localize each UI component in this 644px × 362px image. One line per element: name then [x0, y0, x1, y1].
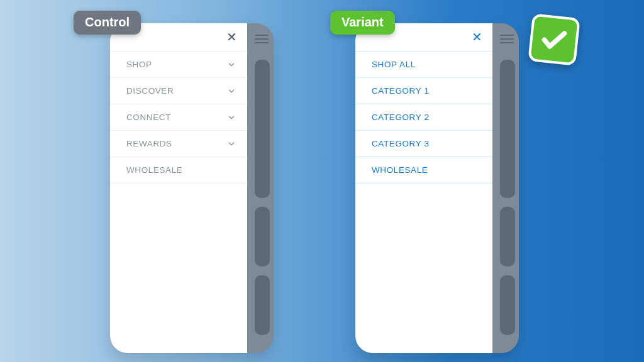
menu-item-label: CONNECT [126, 112, 171, 122]
winner-checkmark-icon [528, 13, 580, 66]
chevron-down-icon [227, 60, 236, 69]
menu-item-label: CATEGORY 2 [372, 112, 430, 122]
badge-label: Control [85, 15, 130, 29]
menu-item-category-2[interactable]: CATEGORY 2 [355, 104, 492, 131]
menu-item-category-3[interactable]: CATEGORY 3 [355, 131, 492, 157]
menu-item-wholesale[interactable]: WHOLESALE [355, 157, 492, 184]
menu-item-discover[interactable]: DISCOVER [110, 78, 247, 104]
menu-item-shop-all[interactable]: SHOP ALL [355, 51, 492, 78]
menu-item-label: DISCOVER [126, 86, 174, 96]
badge-label: Variant [341, 15, 384, 29]
phone-side-panels [500, 60, 515, 339]
variant-phone-frame: ✕ SHOP ALL CATEGORY 1 CATEGORY 2 CATEGOR… [355, 23, 519, 353]
menu-item-label: WHOLESALE [372, 165, 428, 175]
close-icon[interactable]: ✕ [226, 31, 237, 43]
control-drawer: ✕ SHOP DISCOVER CONNECT [110, 23, 247, 353]
menu-item-label: CATEGORY 3 [372, 139, 430, 148]
phone-side-panels [255, 60, 270, 339]
menu-item-rewards[interactable]: REWARDS [110, 131, 247, 157]
chevron-down-icon [227, 140, 236, 148]
menu-item-category-1[interactable]: CATEGORY 1 [355, 78, 492, 104]
menu-item-label: SHOP ALL [372, 60, 416, 69]
control-menu-list: SHOP DISCOVER CONNECT [110, 51, 247, 184]
hamburger-icon [500, 32, 514, 46]
chevron-down-icon [227, 87, 236, 96]
menu-item-label: REWARDS [126, 139, 172, 148]
close-icon[interactable]: ✕ [472, 31, 482, 43]
hamburger-icon [255, 32, 269, 46]
menu-item-wholesale[interactable]: WHOLESALE [110, 157, 247, 184]
variant-badge: Variant [330, 11, 395, 35]
menu-item-connect[interactable]: CONNECT [110, 104, 247, 131]
menu-item-label: WHOLESALE [126, 165, 182, 175]
chevron-down-icon [227, 113, 236, 122]
control-badge: Control [74, 11, 141, 35]
variant-drawer: ✕ SHOP ALL CATEGORY 1 CATEGORY 2 CATEGOR… [355, 23, 492, 353]
menu-item-shop[interactable]: SHOP [110, 51, 247, 78]
menu-item-label: CATEGORY 1 [372, 86, 430, 96]
control-phone-frame: ✕ SHOP DISCOVER CONNECT [110, 23, 274, 353]
variant-menu-list: SHOP ALL CATEGORY 1 CATEGORY 2 CATEGORY … [355, 51, 492, 184]
menu-item-label: SHOP [126, 60, 152, 69]
